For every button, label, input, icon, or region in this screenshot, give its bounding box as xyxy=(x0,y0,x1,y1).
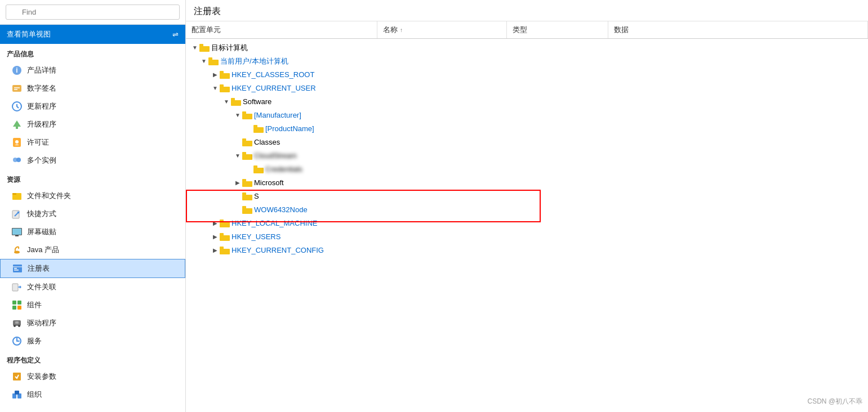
signature-icon xyxy=(11,83,23,94)
drivers-icon xyxy=(11,317,23,329)
expand-toggle[interactable]: ▼ xyxy=(190,42,199,53)
svg-rect-39 xyxy=(199,44,203,47)
registry-tree: ▼ 目标计算机 ▼ 当前用户/本地计算机 ▶ HKEY_ xyxy=(186,39,868,412)
expand-toggle[interactable]: ▶ xyxy=(211,69,220,80)
digital-signature-label: 数字签名 xyxy=(27,83,56,93)
sidebar-item-multi-instance[interactable]: 多个实例 xyxy=(0,151,185,169)
folder-icon xyxy=(242,152,252,160)
svg-rect-44 xyxy=(220,87,230,92)
sidebar-item-update-program[interactable]: 更新程序 xyxy=(0,97,185,115)
tree-node-hkey-users[interactable]: ▶ HKEY_USERS xyxy=(186,230,868,244)
sidebar-item-shortcuts[interactable]: 快捷方式 xyxy=(0,205,185,223)
tree-node-hkey-local-machine[interactable]: ▶ HKEY_LOCAL_MACHINE xyxy=(186,217,868,230)
tree-label: [Manufacturer] xyxy=(254,110,301,121)
sidebar-item-file-assoc[interactable]: 文件关联 xyxy=(0,278,185,296)
tree-node-cloudstream-child[interactable]: ▶ Credentials xyxy=(186,163,868,176)
upgrade-program-label: 升级程序 xyxy=(27,119,56,129)
file-assoc-label: 文件关联 xyxy=(27,282,56,292)
java-product-label: Java 产品 xyxy=(27,245,59,255)
tree-label: HKEY_CLASSES_ROOT xyxy=(232,69,314,80)
sidebar-item-services[interactable]: 服务 xyxy=(0,332,185,350)
java-icon xyxy=(11,244,23,256)
tree-label: Microsoft xyxy=(254,177,284,189)
sort-arrow: ↑ xyxy=(400,27,403,33)
sidebar-item-drivers[interactable]: 驱动程序 xyxy=(0,314,185,332)
svg-rect-26 xyxy=(17,301,21,304)
expand-toggle[interactable]: ▼ xyxy=(211,83,220,94)
file-icon xyxy=(11,190,23,201)
view-toggle-button[interactable]: 查看简单视图 ⇌ xyxy=(0,25,185,44)
folder-icon xyxy=(242,192,252,200)
sidebar-item-upgrade-program[interactable]: 升级程序 xyxy=(0,115,185,133)
sidebar-item-registry[interactable]: 注册表 xyxy=(0,259,185,278)
svg-rect-32 xyxy=(15,321,19,324)
expand-toggle[interactable]: ▼ xyxy=(222,96,231,108)
sidebar-item-product-detail[interactable]: i 产品详情 xyxy=(0,61,185,79)
search-bar: 🔍 xyxy=(0,0,185,25)
sidebar-item-screen-paste[interactable]: 屏幕磁贴 xyxy=(0,223,185,241)
sidebar-item-group[interactable]: 组织 xyxy=(0,386,185,404)
main-content: 注册表 配置单元 名称 ↑ 类型 数据 ▼ 目标计算机 xyxy=(186,0,868,412)
expand-toggle[interactable]: ▶ xyxy=(211,231,220,243)
expand-toggle: ▶ xyxy=(244,164,253,175)
expand-toggle[interactable]: ▼ xyxy=(199,56,208,67)
tree-node-wow6432[interactable]: ▶ WOW6432Node xyxy=(186,203,868,217)
tree-label: Classes xyxy=(254,137,280,148)
expand-toggle[interactable]: ▶ xyxy=(233,177,242,189)
sidebar-item-digital-signature[interactable]: 数字签名 xyxy=(0,79,185,97)
section-pkg-def: 程序包定义 xyxy=(0,350,185,368)
tree-label: [ProductName] xyxy=(265,123,314,135)
multi-instance-label: 多个实例 xyxy=(27,155,56,165)
tree-node-s[interactable]: ▶ S xyxy=(186,190,868,203)
tree-node-classes[interactable]: ▶ Classes xyxy=(186,136,868,149)
view-toggle-label: 查看简单视图 xyxy=(7,29,51,39)
expand-toggle[interactable]: ▶ xyxy=(211,245,220,256)
sidebar-item-components[interactable]: 组件 xyxy=(0,296,185,314)
folder-icon xyxy=(220,220,230,227)
svg-rect-23 xyxy=(14,270,19,271)
svg-point-31 xyxy=(18,325,20,327)
folder-icon xyxy=(253,165,264,173)
tree-node-root[interactable]: ▼ 目标计算机 xyxy=(186,41,868,55)
tree-node-productname[interactable]: ▶ [ProductName] xyxy=(186,122,868,136)
license-label: 许可证 xyxy=(27,137,49,147)
tree-node-hkey-classes-root[interactable]: ▶ HKEY_CLASSES_ROOT xyxy=(186,68,868,82)
tree-node-software[interactable]: ▼ Software xyxy=(186,95,868,109)
svg-rect-27 xyxy=(12,306,16,310)
header-name: 名称 ↑ xyxy=(377,21,507,38)
registry-label: 注册表 xyxy=(28,263,50,274)
tree-label-cloudstream-child: Credentials xyxy=(265,164,302,175)
expand-toggle[interactable]: ▼ xyxy=(233,150,242,162)
svg-rect-46 xyxy=(231,100,241,106)
tree-label: 当前用户/本地计算机 xyxy=(220,56,288,67)
tree-label: HKEY_USERS xyxy=(232,231,281,243)
svg-rect-57 xyxy=(253,165,257,168)
svg-rect-54 xyxy=(242,154,252,160)
table-header: 配置单元 名称 ↑ 类型 数据 xyxy=(186,21,868,39)
tree-label: HKEY_LOCAL_MACHINE xyxy=(232,218,317,229)
shortcut-icon xyxy=(11,208,23,220)
svg-point-11 xyxy=(16,158,21,162)
expand-toggle[interactable]: ▼ xyxy=(233,110,242,121)
expand-toggle[interactable]: ▶ xyxy=(211,218,220,229)
search-input[interactable] xyxy=(6,5,180,20)
tree-node-manufacturer[interactable]: ▼ [Manufacturer] xyxy=(186,109,868,122)
svg-rect-17 xyxy=(12,229,21,235)
svg-rect-40 xyxy=(208,60,219,65)
tree-node-current-user[interactable]: ▼ 当前用户/本地计算机 xyxy=(186,55,868,68)
sidebar-item-java-product[interactable]: Java 产品 xyxy=(0,241,185,259)
sidebar-item-install-params[interactable]: 安装参数 xyxy=(0,368,185,386)
tree-node-cloudstream[interactable]: ▼ CloudStream xyxy=(186,149,868,163)
multi-icon xyxy=(11,155,23,166)
svg-rect-45 xyxy=(220,84,224,87)
tree-node-microsoft[interactable]: ▶ Microsoft xyxy=(186,176,868,190)
svg-rect-2 xyxy=(12,85,21,92)
info-icon: i xyxy=(11,65,23,76)
svg-rect-59 xyxy=(242,179,246,182)
tree-node-hkey-current-config[interactable]: ▶ HKEY_CURRENT_CONFIG xyxy=(186,244,868,257)
tree-node-hkey-current-user[interactable]: ▼ HKEY_CURRENT_USER xyxy=(186,82,868,95)
sidebar-item-license[interactable]: 许可证 xyxy=(0,133,185,151)
svg-rect-60 xyxy=(242,195,252,200)
svg-rect-68 xyxy=(220,249,230,254)
sidebar-item-files-folders[interactable]: 文件和文件夹 xyxy=(0,187,185,205)
